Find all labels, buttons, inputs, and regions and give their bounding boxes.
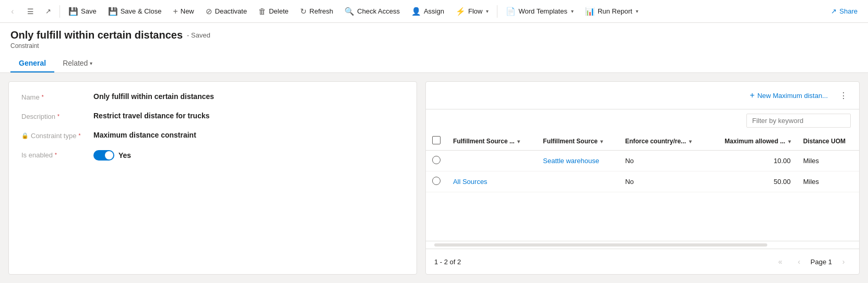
grid-more-options-button[interactable]: ⋮ [836, 88, 851, 103]
record-title: Only fulfill within certain distances [10, 29, 183, 41]
flow-button[interactable]: ⚡ Flow [450, 4, 494, 19]
pagination-controls: « ‹ Page 1 › [773, 254, 851, 269]
new-maximum-distance-button[interactable]: + New Maximum distan... [746, 89, 832, 102]
row-1-select-cell [426, 151, 447, 171]
constraint-type-label: 🔒 Constraint type * [21, 131, 89, 140]
form-panel: Name * Only fulfill within certain dista… [8, 81, 417, 275]
table-row: All Sources No 50.00 Miles [426, 171, 859, 192]
first-page-button[interactable]: « [773, 254, 788, 269]
scrollbar-row [426, 241, 859, 249]
run-report-button[interactable]: 📊 Run Report [580, 4, 644, 19]
name-required-indicator: * [42, 94, 44, 100]
filter-row [426, 109, 859, 132]
row-2-radio[interactable] [432, 177, 441, 185]
select-all-cell [426, 132, 447, 151]
next-page-button[interactable]: › [836, 254, 851, 269]
save-close-button[interactable]: 💾 Save & Close [103, 4, 167, 19]
save-close-icon: 💾 [108, 7, 118, 16]
description-field-row: Description * Restrict travel distance f… [21, 112, 404, 120]
row-2-fulfillment-source-name-link[interactable]: All Sources [453, 178, 487, 186]
back-button[interactable]: ‹ [4, 3, 21, 20]
is-enabled-field-row: Is enabled * Yes [21, 150, 404, 161]
is-enabled-toggle-container: Yes [93, 150, 131, 161]
save-button[interactable]: 💾 Save [63, 4, 102, 19]
refresh-icon: ↻ [300, 7, 307, 16]
tab-related[interactable]: Related ▾ [54, 55, 101, 72]
separator-1 [60, 5, 60, 18]
delete-button[interactable]: 🗑 Delete [253, 4, 294, 19]
sort-icon-3: ▾ [788, 139, 791, 144]
word-templates-icon: 📄 [506, 7, 516, 16]
table-row: Seattle warehouse No 10.00 Miles [426, 151, 859, 171]
share-button[interactable]: ↗ Share [825, 4, 864, 18]
constraint-type-required-indicator: * [78, 133, 80, 139]
page-header: Only fulfill within certain distances - … [0, 23, 868, 73]
row-1-radio[interactable] [432, 156, 441, 164]
pagination-info: 1 - 2 of 2 [434, 258, 461, 266]
page-label: Page 1 [811, 258, 832, 266]
sort-icon-2: ▾ [689, 139, 692, 144]
run-report-icon: 📊 [585, 7, 595, 16]
sort-icon-1: ▾ [600, 139, 603, 144]
col-header-maximum-allowed[interactable]: Maximum allowed ... ▾ [708, 132, 797, 151]
row-1-fulfillment-source: Seattle warehouse [537, 151, 619, 171]
data-table: Fulfillment Source ... ▾ Fulfillment Sou… [426, 132, 859, 192]
pagination-bar: 1 - 2 of 2 « ‹ Page 1 › [426, 249, 859, 274]
table-wrapper: Fulfillment Source ... ▾ Fulfillment Sou… [426, 132, 859, 241]
is-enabled-toggle[interactable] [93, 150, 114, 161]
row-2-fulfillment-source-name: All Sources [447, 171, 537, 192]
open-record-button[interactable]: ↗ [40, 3, 56, 20]
assign-button[interactable]: 👤 Assign [406, 4, 449, 19]
share-icon: ↗ [831, 7, 837, 15]
flow-icon: ⚡ [456, 7, 466, 16]
journal-button[interactable]: ☰ [22, 3, 39, 20]
is-enabled-label: Is enabled * [21, 150, 89, 159]
col-header-fulfillment-source-name[interactable]: Fulfillment Source ... ▾ [447, 132, 537, 151]
row-1-distance-uom: Miles [797, 151, 859, 171]
record-type-label: Constraint [10, 42, 858, 50]
refresh-button[interactable]: ↻ Refresh [295, 4, 339, 19]
constraint-type-field-row: 🔒 Constraint type * Maximum distance con… [21, 131, 404, 140]
description-label: Description * [21, 112, 89, 120]
col-header-enforce-country[interactable]: Enforce country/re... ▾ [619, 132, 708, 151]
name-field-row: Name * Only fulfill within certain dista… [21, 92, 404, 101]
row-2-fulfillment-source [537, 171, 619, 192]
description-required-indicator: * [57, 114, 60, 119]
description-value: Restrict travel distance for trucks [93, 112, 210, 120]
col-header-fulfillment-source[interactable]: Fulfillment Source ▾ [537, 132, 619, 151]
word-templates-button[interactable]: 📄 Word Templates [501, 4, 578, 19]
grid-panel: + New Maximum distan... ⋮ Fulfillment So… [425, 81, 860, 275]
new-button[interactable]: + New [168, 4, 199, 19]
main-content: Name * Only fulfill within certain dista… [0, 73, 868, 283]
row-2-select-cell [426, 171, 447, 192]
separator-2 [497, 5, 497, 18]
horizontal-scrollbar[interactable] [434, 243, 768, 247]
prev-page-button[interactable]: ‹ [792, 254, 806, 269]
name-value: Only fulfill within certain distances [93, 92, 214, 101]
row-1-enforce-country: No [619, 151, 708, 171]
filter-input[interactable] [746, 114, 851, 128]
check-access-button[interactable]: 🔍 Check Access [339, 4, 405, 19]
row-1-fulfillment-source-link[interactable]: Seattle warehouse [543, 157, 599, 165]
col-header-distance-uom: Distance UOM [797, 132, 859, 151]
check-access-icon: 🔍 [344, 7, 354, 16]
table-header: Fulfillment Source ... ▾ Fulfillment Sou… [426, 132, 859, 151]
deactivate-icon: ⊘ [206, 7, 212, 16]
deactivate-button[interactable]: ⊘ Deactivate [200, 4, 252, 19]
is-enabled-value: Yes [118, 151, 131, 159]
table-body: Seattle warehouse No 10.00 Miles All Sou… [426, 151, 859, 192]
new-maximum-distance-plus-icon: + [750, 91, 755, 100]
new-icon: + [173, 7, 177, 16]
name-label: Name * [21, 92, 89, 101]
constraint-type-value: Maximum distance constraint [93, 131, 196, 139]
tab-general[interactable]: General [10, 55, 54, 72]
tab-bar: General Related ▾ [10, 55, 858, 72]
save-icon: 💾 [68, 7, 78, 16]
row-2-enforce-country: No [619, 171, 708, 192]
row-1-maximum-allowed: 10.00 [708, 151, 797, 171]
select-all-checkbox[interactable] [432, 136, 441, 144]
row-2-maximum-allowed: 50.00 [708, 171, 797, 192]
related-dropdown-icon: ▾ [90, 60, 92, 66]
lock-icon: 🔒 [21, 132, 29, 139]
sort-icon-0: ▾ [517, 139, 520, 144]
